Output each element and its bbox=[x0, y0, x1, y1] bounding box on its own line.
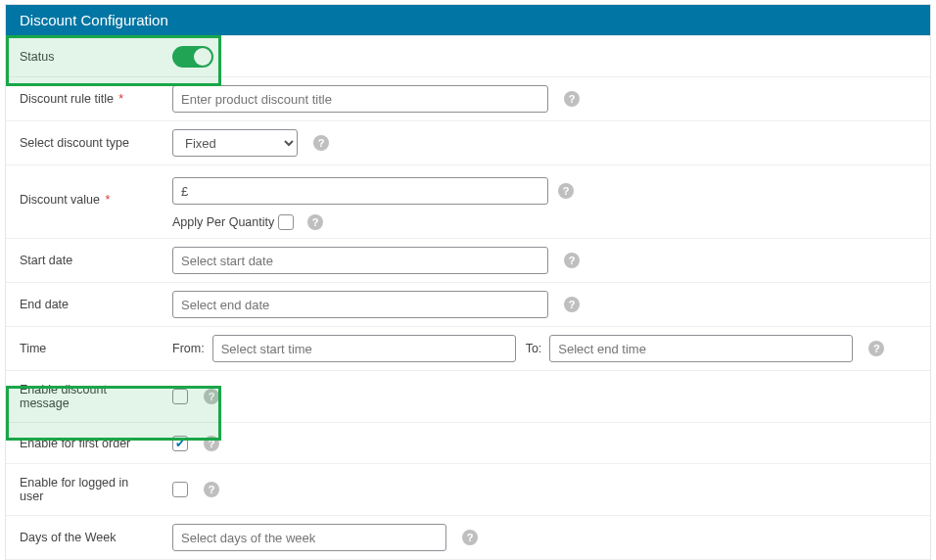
discount-config-panel: Discount Configuration Status Discount r… bbox=[5, 4, 931, 560]
start-date-input[interactable] bbox=[172, 247, 548, 274]
label-value: Discount value bbox=[20, 193, 100, 207]
required-marker: * bbox=[105, 193, 110, 207]
first-order-checkbox[interactable] bbox=[172, 436, 188, 451]
row-time: Time From: To: ? bbox=[6, 326, 930, 370]
row-days: Days of the Week ? bbox=[6, 515, 930, 559]
status-toggle[interactable] bbox=[172, 46, 213, 68]
label-start: Start date bbox=[6, 242, 164, 279]
panel-header: Discount Configuration bbox=[6, 5, 930, 35]
to-label: To: bbox=[526, 342, 542, 355]
help-icon[interactable]: ? bbox=[462, 530, 478, 545]
label-title: Discount rule title bbox=[20, 92, 114, 106]
panel-title: Discount Configuration bbox=[20, 12, 168, 28]
label-enable-msg: Enable discount message bbox=[6, 371, 164, 422]
help-icon[interactable]: ? bbox=[313, 135, 329, 151]
label-status: Status bbox=[6, 38, 164, 75]
row-logged-in: Enable for logged in user ? bbox=[6, 463, 930, 515]
row-enable-msg: Enable discount message ? bbox=[6, 370, 930, 422]
help-icon[interactable]: ? bbox=[307, 214, 323, 230]
label-end: End date bbox=[6, 286, 164, 323]
end-date-input[interactable] bbox=[172, 291, 548, 318]
row-type: Select discount type Fixed ? bbox=[6, 120, 930, 164]
help-icon[interactable]: ? bbox=[564, 297, 580, 312]
row-first-order: Enable for first order ? bbox=[6, 422, 930, 463]
end-time-input[interactable] bbox=[549, 335, 853, 362]
discount-title-input[interactable] bbox=[172, 85, 548, 113]
help-icon[interactable]: ? bbox=[204, 482, 219, 497]
row-title: Discount rule title * ? bbox=[6, 76, 930, 120]
days-input[interactable] bbox=[172, 524, 446, 551]
label-logged-in: Enable for logged in user bbox=[6, 464, 164, 515]
apply-per-qty-checkbox[interactable] bbox=[278, 214, 294, 230]
from-label: From: bbox=[172, 342, 205, 355]
help-icon[interactable]: ? bbox=[564, 253, 580, 268]
help-icon[interactable]: ? bbox=[204, 436, 219, 451]
start-time-input[interactable] bbox=[212, 335, 516, 362]
discount-type-select[interactable]: Fixed bbox=[172, 129, 298, 157]
label-first-order: Enable for first order bbox=[6, 425, 164, 462]
help-icon[interactable]: ? bbox=[564, 91, 580, 107]
required-marker: * bbox=[118, 92, 123, 106]
label-type: Select discount type bbox=[6, 124, 164, 162]
help-icon[interactable]: ? bbox=[868, 341, 884, 356]
row-value: Discount value * ? Apply Per Quantity ? bbox=[6, 164, 930, 238]
enable-msg-checkbox[interactable] bbox=[172, 389, 188, 404]
logged-in-checkbox[interactable] bbox=[172, 482, 188, 497]
discount-value-input[interactable] bbox=[172, 177, 548, 205]
row-end-date: End date ? bbox=[6, 282, 930, 326]
row-status: Status bbox=[6, 35, 930, 76]
row-start-date: Start date ? bbox=[6, 238, 930, 282]
label-days: Days of the Week bbox=[6, 519, 164, 556]
apply-per-qty-label: Apply Per Quantity bbox=[172, 215, 274, 229]
help-icon[interactable]: ? bbox=[204, 389, 219, 404]
help-icon[interactable]: ? bbox=[558, 183, 574, 199]
label-time: Time bbox=[6, 330, 164, 367]
